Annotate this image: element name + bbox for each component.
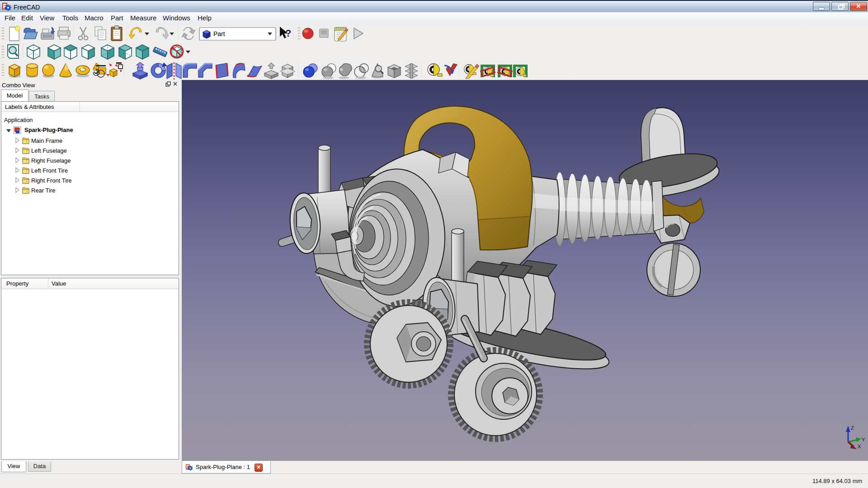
svg-text:X: X — [858, 444, 861, 449]
svg-text:?: ? — [285, 28, 291, 39]
svg-text:Y: Y — [862, 437, 865, 442]
svg-text:Part: Part — [213, 30, 225, 38]
svg-text:Z: Z — [851, 425, 854, 431]
